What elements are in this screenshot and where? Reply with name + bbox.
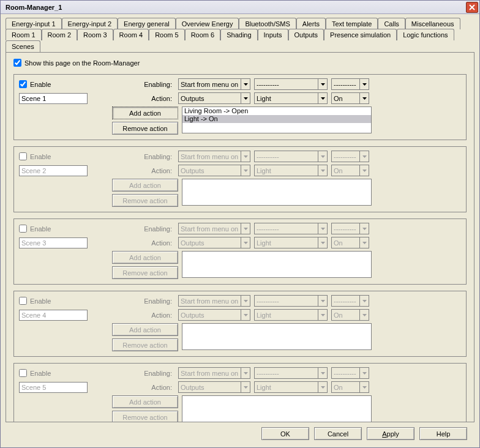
scene-name-input[interactable] xyxy=(19,93,88,104)
chevron-down-icon xyxy=(359,223,369,234)
scene-enable-input[interactable] xyxy=(19,297,27,305)
svg-marker-7 xyxy=(362,97,367,100)
action-select-3[interactable]: On xyxy=(331,92,369,104)
action-select-1[interactable]: Outputs xyxy=(178,92,250,104)
enabling-select-1[interactable]: Start from menu on xyxy=(178,78,250,90)
scene-enable-input[interactable] xyxy=(19,80,27,88)
content: Energy-input 1Energy-input 2Energy gener… xyxy=(1,14,479,447)
ok-button[interactable]: OK xyxy=(261,427,309,440)
action-select-1: Outputs xyxy=(178,165,250,176)
scene-box-3: EnableEnabling:Start from menu on-------… xyxy=(13,218,467,285)
tab-room-4[interactable]: Room 4 xyxy=(113,29,149,40)
tab-miscellaneous[interactable]: Miscellaneous xyxy=(405,18,460,29)
close-button[interactable] xyxy=(466,2,478,13)
tab-bluetooth-sms[interactable]: Bluetooth/SMS xyxy=(239,18,296,29)
chevron-down-icon xyxy=(359,310,369,320)
scene-enable-checkbox[interactable]: Enable xyxy=(19,369,91,377)
tab-outputs[interactable]: Outputs xyxy=(288,29,324,40)
action-list[interactable]: Living Room -> OpenLight -> On xyxy=(182,106,372,133)
action-list xyxy=(182,179,372,206)
action-select-2[interactable]: Light xyxy=(254,92,328,104)
enabling-label: Enabling: xyxy=(95,297,174,305)
chevron-down-icon xyxy=(241,237,250,248)
close-icon xyxy=(469,4,475,10)
svg-marker-11 xyxy=(244,170,248,172)
scene-box-4: EnableEnabling:Start from menu on-------… xyxy=(13,291,467,357)
tabs-row-1: Energy-input 1Energy-input 2Energy gener… xyxy=(6,18,474,29)
chevron-down-icon xyxy=(241,310,250,320)
chevron-down-icon xyxy=(318,223,327,234)
add-action-button[interactable]: Add action xyxy=(112,106,178,119)
enabling-label: Enabling: xyxy=(95,225,174,233)
svg-marker-3 xyxy=(321,83,325,86)
scene-enable-label: Enable xyxy=(30,81,51,88)
tab-room-2[interactable]: Room 2 xyxy=(42,29,78,40)
action-select-2: Light xyxy=(254,309,328,321)
tab-panel-scenes: Show this page on the Room-Manager Enabl… xyxy=(6,52,474,422)
action-list-item[interactable]: Light -> On xyxy=(182,115,371,123)
action-list-item[interactable]: Living Room -> Open xyxy=(182,107,371,115)
chevron-down-icon xyxy=(318,93,327,103)
scene-enable-input[interactable] xyxy=(19,152,27,160)
tab-calls[interactable]: Calls xyxy=(378,18,405,29)
tab-energy-input-2[interactable]: Energy-input 2 xyxy=(62,18,118,29)
enabling-label: Enabling: xyxy=(95,81,174,88)
tab-energy-input-1[interactable]: Energy-input 1 xyxy=(6,18,62,29)
scene-enable-label: Enable xyxy=(30,297,51,305)
tab-text-template[interactable]: Text template xyxy=(326,18,378,29)
scene-enable-checkbox[interactable]: Enable xyxy=(19,152,91,160)
tab-overview-energy[interactable]: Overview Energy xyxy=(176,18,239,29)
tab-room-3[interactable]: Room 3 xyxy=(77,29,113,40)
scene-name-input[interactable] xyxy=(19,382,88,393)
svg-marker-9 xyxy=(321,155,325,158)
tab-shading[interactable]: Shading xyxy=(220,29,257,40)
tab-inputs[interactable]: Inputs xyxy=(258,29,288,40)
svg-marker-31 xyxy=(362,386,367,389)
scene-name-input[interactable] xyxy=(19,165,88,176)
scene-name-input[interactable] xyxy=(19,237,88,248)
chevron-down-icon xyxy=(359,296,369,306)
remove-action-button[interactable]: Remove action xyxy=(112,122,178,135)
show-page-checkbox[interactable]: Show this page on the Room-Manager xyxy=(13,59,140,67)
enabling-select-2[interactable]: ---------- xyxy=(254,78,328,90)
scenes-container: EnableEnabling:Start from menu on-------… xyxy=(13,74,467,422)
cancel-button[interactable]: Cancel xyxy=(314,427,362,440)
svg-marker-30 xyxy=(321,386,325,389)
tab-presence-simulation[interactable]: Presence simulation xyxy=(324,29,397,40)
scene-name-input[interactable] xyxy=(19,310,88,321)
chevron-down-icon xyxy=(318,296,327,306)
scene-enable-checkbox[interactable]: Enable xyxy=(19,225,91,233)
action-select-1: Outputs xyxy=(178,381,250,393)
action-select-2: Light xyxy=(254,381,328,393)
chevron-down-icon xyxy=(241,368,250,378)
scene-enable-checkbox[interactable]: Enable xyxy=(19,80,91,88)
svg-marker-10 xyxy=(362,155,367,158)
tab-scenes[interactable]: Scenes xyxy=(6,40,40,53)
help-button[interactable]: Help xyxy=(419,427,467,440)
scene-enable-label: Enable xyxy=(30,153,51,160)
enabling-select-3[interactable]: ---------- xyxy=(331,78,369,90)
svg-marker-27 xyxy=(321,372,325,375)
tab-energy-general[interactable]: Energy general xyxy=(118,18,176,29)
window-title: Room-Manager_1 xyxy=(6,4,62,11)
tab-room-6[interactable]: Room 6 xyxy=(185,29,221,40)
scene-enable-input[interactable] xyxy=(19,369,27,377)
tab-room-5[interactable]: Room 5 xyxy=(149,29,185,40)
action-label: Action: xyxy=(91,239,174,247)
tab-room-1[interactable]: Room 1 xyxy=(6,29,42,40)
tab-logic-functions[interactable]: Logic functions xyxy=(397,29,454,40)
svg-marker-17 xyxy=(244,242,248,244)
chevron-down-icon xyxy=(318,79,327,89)
svg-marker-12 xyxy=(321,170,325,172)
action-label: Action: xyxy=(91,95,174,102)
tabs-row-2: Room 1Room 2Room 3Room 4Room 5Room 6Shad… xyxy=(6,29,474,53)
chevron-down-icon xyxy=(241,151,250,162)
scene-enable-input[interactable] xyxy=(19,225,27,233)
tab-alerts[interactable]: Alerts xyxy=(296,18,326,29)
show-page-checkbox-input[interactable] xyxy=(13,59,21,67)
chevron-down-icon xyxy=(318,382,327,392)
apply-button[interactable]: Apply xyxy=(367,427,414,440)
chevron-down-icon xyxy=(241,93,250,103)
enabling-select-2: ---------- xyxy=(254,151,328,162)
scene-enable-checkbox[interactable]: Enable xyxy=(19,297,91,305)
